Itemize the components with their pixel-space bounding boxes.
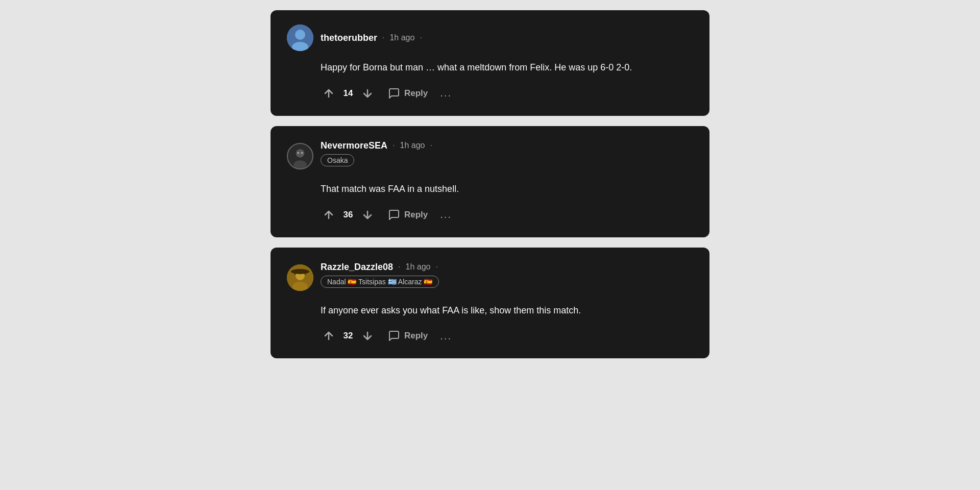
avatar-image — [287, 264, 313, 291]
separator: · — [393, 141, 395, 150]
vote-controls: 36 — [321, 207, 376, 223]
username: thetoerubber — [321, 33, 377, 43]
user-meta: thetoerubber · 1h ago · — [321, 33, 422, 43]
avatar — [287, 264, 313, 291]
svg-point-12 — [291, 269, 309, 274]
user-info: NevermoreSEA · 1h ago · — [321, 140, 432, 151]
comment-header: Razzle_Dazzle08 · 1h ago · Nadal 🇪🇸 Tsit… — [287, 262, 693, 294]
reply-icon — [388, 87, 400, 100]
downvote-button[interactable] — [359, 85, 376, 102]
comment-header: NevermoreSEA · 1h ago · Osaka — [287, 140, 693, 173]
user-info: thetoerubber · 1h ago · — [321, 33, 422, 43]
comment-actions: 14 Reply ... — [321, 85, 693, 102]
svg-point-6 — [297, 152, 299, 154]
timestamp: 1h ago — [389, 33, 414, 42]
avatar — [287, 24, 313, 51]
vote-controls: 14 — [321, 85, 376, 102]
separator2: · — [420, 33, 422, 42]
avatar — [287, 143, 313, 169]
comment-actions: 32 Reply ... — [321, 328, 693, 344]
downvote-icon — [361, 87, 374, 100]
timestamp: 1h ago — [406, 262, 431, 272]
separator: · — [398, 262, 400, 272]
comment-actions: 36 Reply ... — [321, 207, 693, 223]
comment-text: Happy for Borna but man … what a meltdow… — [321, 60, 693, 75]
downvote-button[interactable] — [359, 207, 376, 223]
upvote-icon — [323, 209, 335, 221]
reply-label: Reply — [404, 88, 428, 99]
upvote-button[interactable] — [321, 207, 337, 223]
flair-row: Osaka — [321, 151, 432, 166]
timestamp: 1h ago — [400, 141, 425, 150]
downvote-icon — [361, 209, 374, 221]
reply-button[interactable]: Reply — [388, 330, 428, 342]
downvote-icon — [361, 330, 374, 342]
comment-body: Happy for Borna but man … what a meltdow… — [287, 60, 693, 102]
downvote-button[interactable] — [359, 328, 376, 344]
reply-button[interactable]: Reply — [388, 209, 428, 221]
flair-badge: Nadal 🇪🇸 Tsitsipas 🇬🇷 Alcaraz 🇪🇸 — [321, 276, 439, 288]
more-options-button[interactable]: ... — [440, 330, 452, 342]
avatar-image — [287, 24, 313, 51]
svg-point-7 — [301, 152, 303, 154]
separator: · — [382, 33, 384, 42]
svg-point-5 — [293, 161, 307, 169]
username: NevermoreSEA — [321, 140, 387, 151]
flair-row: Nadal 🇪🇸 Tsitsipas 🇬🇷 Alcaraz 🇪🇸 — [321, 273, 439, 288]
vote-count: 14 — [342, 88, 354, 99]
svg-point-4 — [296, 149, 305, 158]
separator2: · — [435, 262, 437, 272]
more-options-button[interactable]: ... — [440, 87, 452, 99]
comment-body: That match was FAA in a nutshell. 36 — [287, 182, 693, 223]
reply-label: Reply — [404, 331, 428, 341]
upvote-button[interactable] — [321, 328, 337, 344]
comment-card: NevermoreSEA · 1h ago · Osaka That match… — [271, 126, 709, 237]
reply-icon — [388, 209, 400, 221]
comment-text: If anyone ever asks you what FAA is like… — [321, 303, 693, 318]
comment-card: Razzle_Dazzle08 · 1h ago · Nadal 🇪🇸 Tsit… — [271, 248, 709, 359]
user-meta: NevermoreSEA · 1h ago · Osaka — [321, 140, 432, 173]
flair-badge: Osaka — [321, 154, 354, 166]
reply-label: Reply — [404, 210, 428, 220]
user-meta: Razzle_Dazzle08 · 1h ago · Nadal 🇪🇸 Tsit… — [321, 262, 439, 294]
avatar-image — [288, 143, 312, 169]
svg-point-1 — [295, 30, 305, 40]
reply-icon — [388, 330, 400, 342]
comment-body: If anyone ever asks you what FAA is like… — [287, 303, 693, 345]
vote-count: 36 — [342, 210, 354, 220]
reply-button[interactable]: Reply — [388, 87, 428, 100]
comment-card: thetoerubber · 1h ago · Happy for Borna … — [271, 10, 709, 116]
vote-controls: 32 — [321, 328, 376, 344]
user-info: Razzle_Dazzle08 · 1h ago · — [321, 262, 439, 273]
username: Razzle_Dazzle08 — [321, 262, 393, 273]
more-options-button[interactable]: ... — [440, 209, 452, 220]
vote-count: 32 — [342, 331, 354, 341]
comments-list: thetoerubber · 1h ago · Happy for Borna … — [271, 10, 709, 358]
comment-text: That match was FAA in a nutshell. — [321, 182, 693, 197]
separator2: · — [430, 141, 432, 150]
comment-header: thetoerubber · 1h ago · — [287, 24, 693, 51]
upvote-icon — [323, 87, 335, 100]
upvote-button[interactable] — [321, 85, 337, 102]
upvote-icon — [323, 330, 335, 342]
